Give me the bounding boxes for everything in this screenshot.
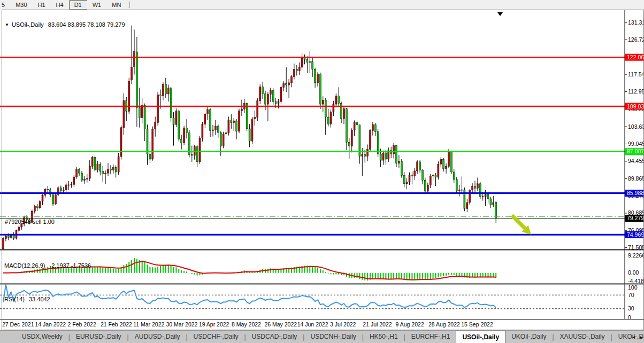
date-label: 8 May 2022 bbox=[232, 321, 261, 328]
toolbar-separator bbox=[129, 2, 130, 8]
open-position-label: #7920548 sell 1.00 bbox=[5, 219, 55, 225]
svg-text:74.969: 74.969 bbox=[627, 231, 644, 238]
tab-eurusd-daily[interactable]: EURUSD-,Daily bbox=[70, 331, 127, 343]
macd-tick-label: 9.2266 bbox=[628, 252, 644, 259]
price-tick-label: 89.865 bbox=[628, 175, 644, 182]
macd-tick-label: 0.00 bbox=[628, 269, 639, 276]
timeframe-button-D1[interactable]: D1 bbox=[69, 0, 87, 10]
svg-text:109.03: 109.03 bbox=[627, 103, 644, 110]
tab-usdcad-daily[interactable]: USDCAD-,Daily bbox=[246, 331, 303, 343]
rsi-tick-label: 70 bbox=[628, 292, 634, 298]
date-label: 14 Jun 2022 bbox=[297, 321, 328, 328]
tab-ukoil-daily[interactable]: UKOil-,Daily bbox=[505, 331, 552, 343]
rsi-tick-label: 100 bbox=[628, 284, 638, 291]
date-label: 30 Mar 2022 bbox=[166, 321, 198, 328]
date-label: 27 Dec 2021 bbox=[2, 321, 34, 328]
tab-audusd-daily[interactable]: AUDUSD-,Daily bbox=[129, 331, 186, 343]
macd-values: -2.1937 -1.7536 bbox=[49, 262, 91, 269]
tab-scroll-left-icon[interactable]: ◂ bbox=[632, 334, 635, 340]
symbol-tab-bar: USDX,Weekly|EURUSD-,Daily|AUDUSD-,Daily|… bbox=[0, 330, 644, 343]
date-label: 14 Jan 2022 bbox=[35, 321, 66, 328]
price-tick-label: 131.31 bbox=[628, 19, 644, 26]
hline-price-label: 97.007 bbox=[625, 148, 644, 155]
price-tick-label: 112.95 bbox=[628, 88, 644, 95]
chart-symbol-period: USOil-,Daily bbox=[12, 21, 44, 28]
hline-price-label: 85.988 bbox=[625, 190, 644, 197]
date-label: 3 Jul 2022 bbox=[330, 321, 356, 328]
price-tick-label: 99.045 bbox=[628, 141, 644, 147]
rsi-title: RSI(14) bbox=[4, 296, 25, 302]
rsi-indicator-label: RSI(14) 33.4042 bbox=[4, 296, 50, 302]
tab-usdchf-daily[interactable]: USDCHF-,Daily bbox=[188, 331, 244, 343]
date-label: 21 Jul 2022 bbox=[363, 321, 392, 328]
hline-price-label: 74.969 bbox=[625, 231, 644, 238]
tab-usdx-weekly[interactable]: USDX,Weekly bbox=[16, 331, 68, 343]
timeframe-button-H1[interactable]: H1 bbox=[33, 0, 51, 10]
date-label: 11 Mar 2022 bbox=[133, 321, 164, 328]
chart-ohlc-values: 83.604 83.895 78.108 79.279 bbox=[48, 21, 125, 28]
tab-usoil-daily[interactable]: USOil-,Daily bbox=[456, 331, 505, 343]
timeframe-button-M30[interactable]: M30 bbox=[10, 0, 32, 10]
tab-eurchf-h1[interactable]: EURCHF-,H1 bbox=[405, 331, 456, 343]
timeframe-button-MN[interactable]: MN bbox=[106, 0, 126, 10]
svg-text:97.007: 97.007 bbox=[627, 148, 644, 154]
tab-usdcnh-daily[interactable]: USDCNH-,Daily bbox=[304, 331, 362, 343]
date-label: 21 Feb 2022 bbox=[101, 321, 132, 328]
date-label: 26 May 2022 bbox=[264, 321, 297, 328]
chart-window: 131.31126.72117.54112.95108.22103.6399.0… bbox=[0, 10, 644, 330]
tab-scroll-arrows: ◂ ▸ bbox=[632, 330, 642, 343]
tab-hk50-h1[interactable]: HK50-,H1 bbox=[364, 331, 404, 343]
price-tick-label: 94.455 bbox=[628, 158, 644, 164]
macd-title: MACD(12,26,9) bbox=[4, 262, 45, 269]
date-label: 19 Apr 2022 bbox=[199, 321, 229, 328]
svg-text:79.279: 79.279 bbox=[627, 215, 644, 221]
rsi-value: 33.4042 bbox=[29, 296, 50, 302]
timeframe-button-W1[interactable]: W1 bbox=[87, 0, 107, 10]
svg-text:122.06: 122.06 bbox=[627, 54, 644, 60]
price-tick-label: 103.63 bbox=[628, 123, 644, 130]
trading-platform-window: 5M30H1H4D1W1MN 131.31126.72117.54112.951… bbox=[0, 0, 644, 343]
price-tick-label: 126.72 bbox=[628, 36, 644, 43]
tab-xauusd-daily[interactable]: XAUUSD-,Daily bbox=[554, 331, 611, 343]
hline-price-label: 109.03 bbox=[625, 103, 644, 110]
time-axis: 27 Dec 202114 Jan 20222 Feb 202221 Feb 2… bbox=[2, 321, 493, 328]
date-label: 2 Feb 2022 bbox=[68, 321, 96, 328]
macd-tick-label: -4.4188 bbox=[628, 278, 644, 284]
date-label: 28 Aug 2022 bbox=[428, 321, 460, 328]
macd-indicator-label: MACD(12,26,9) -2.1937 -1.7536 bbox=[4, 262, 91, 269]
price-tick-label: 117.54 bbox=[628, 71, 644, 77]
rsi-tick-label: 30 bbox=[628, 305, 634, 311]
chart-title: ▼USOil-,Daily83.604 83.895 78.108 79.279 bbox=[5, 21, 125, 28]
timeframe-toolbar: 5M30H1H4D1W1MN bbox=[0, 0, 644, 10]
svg-text:85.988: 85.988 bbox=[627, 190, 644, 196]
date-label: 9 Aug 2022 bbox=[396, 321, 424, 328]
hline-price-label: 122.06 bbox=[625, 54, 644, 61]
collapse-arrow-icon[interactable]: ▼ bbox=[5, 22, 9, 27]
timeframe-button-5[interactable]: 5 bbox=[0, 0, 10, 10]
timeframe-button-H4[interactable]: H4 bbox=[51, 0, 69, 10]
bid-price-label: 79.279 bbox=[625, 215, 644, 222]
tab-scroll-right-icon[interactable]: ▸ bbox=[640, 334, 642, 340]
price-chart[interactable]: 131.31126.72117.54112.95108.22103.6399.0… bbox=[0, 10, 644, 330]
date-label: 15 Sep 2022 bbox=[461, 321, 493, 328]
